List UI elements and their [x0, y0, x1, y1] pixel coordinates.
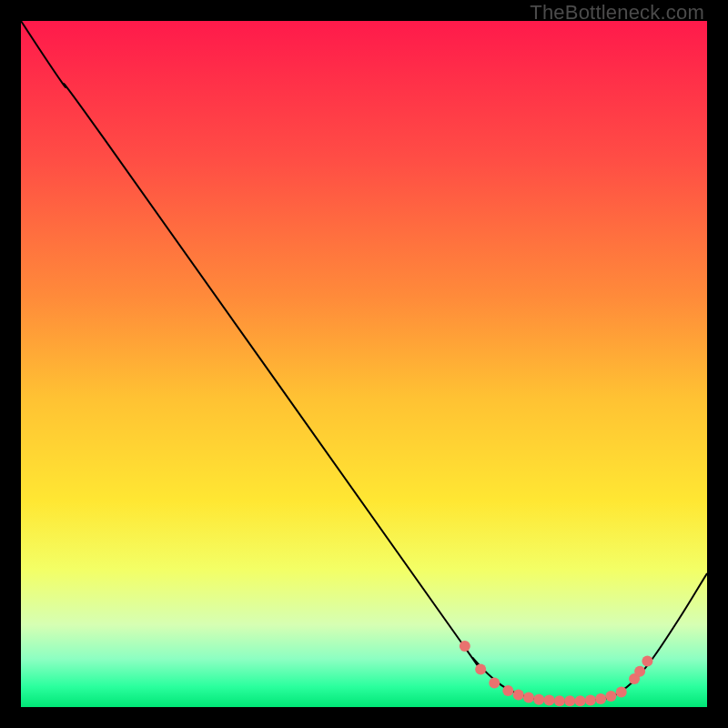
sample-dot [642, 655, 652, 666]
sample-dot [585, 694, 596, 705]
sample-dot [460, 641, 470, 652]
sample-dot [605, 691, 616, 702]
sample-dot [554, 695, 565, 706]
chart-svg [21, 21, 707, 707]
sample-dot [523, 692, 534, 703]
sample-dot [616, 686, 627, 697]
sample-dot [533, 694, 544, 705]
gradient-background [21, 21, 707, 707]
sample-dot [475, 664, 486, 675]
sample-dot [513, 689, 524, 700]
sample-dot [502, 685, 513, 696]
sample-dot [544, 694, 555, 705]
sample-dot [575, 695, 586, 706]
sample-dot [489, 678, 500, 689]
sample-dot [634, 666, 645, 677]
sample-dot [564, 695, 575, 706]
sample-dot [595, 693, 606, 704]
